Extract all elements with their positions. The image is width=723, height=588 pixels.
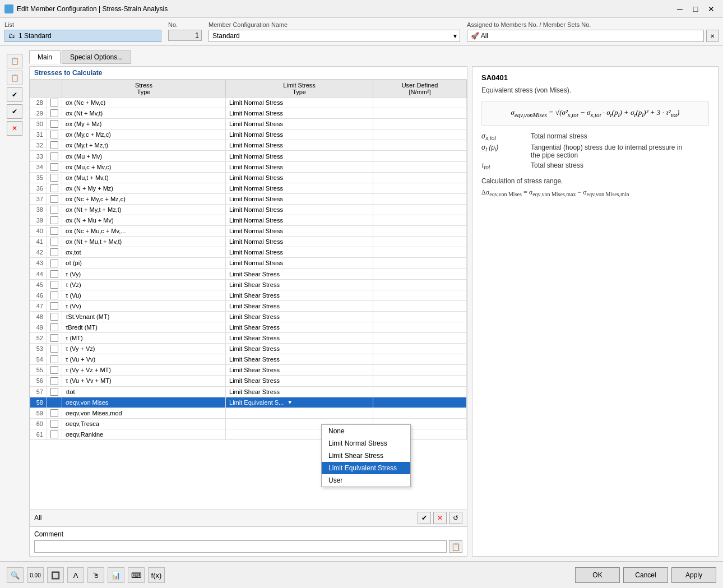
row-checkbox[interactable] [47, 98, 62, 108]
row-checkbox[interactable] [47, 172, 62, 183]
value-tool[interactable]: 0.00 [27, 567, 44, 583]
row-checkbox[interactable] [47, 408, 62, 418]
row-checkbox[interactable] [47, 429, 62, 439]
accept-button[interactable]: ✔ [7, 87, 22, 102]
table-row[interactable]: 44τ (Vy)Limit Shear Stress [30, 268, 467, 279]
copy-button[interactable]: 📋 [7, 71, 22, 85]
row-checkbox[interactable] [47, 193, 62, 204]
zoom-tool[interactable]: 🔍 [7, 567, 24, 583]
table-row[interactable]: 39σx (N + Mu + Mv)Limit Normal Stress [30, 215, 467, 226]
row-checkbox[interactable] [47, 140, 62, 151]
dropdown-option-shear[interactable]: Limit Shear Stress [322, 450, 410, 462]
uncheck-all-button[interactable]: ✕ [433, 512, 447, 524]
row-checkbox[interactable] [47, 237, 62, 247]
table-row[interactable]: 30σx (My + Mz)Limit Normal Stress [30, 119, 467, 129]
reset-button[interactable]: ↺ [449, 512, 462, 524]
row-checkbox[interactable] [47, 418, 62, 429]
row-checkbox[interactable] [47, 365, 62, 376]
row-checkbox[interactable] [47, 108, 62, 119]
table-row[interactable]: 53τ (Vy + Vz)Limit Shear Stress [30, 344, 467, 354]
table-row[interactable]: 31σx (My,c + Mz,c)Limit Normal Stress [30, 129, 467, 140]
table-row[interactable]: 54τ (Vu + Vv)Limit Shear Stress [30, 354, 467, 365]
table-row[interactable]: 46τ (Vu)Limit Shear Stress [30, 290, 467, 300]
row-checkbox[interactable] [47, 354, 62, 365]
name-select[interactable]: Standard [208, 30, 460, 42]
dropdown-option-equivalent[interactable]: Limit Equivalent Stress [322, 462, 410, 474]
table-row[interactable]: 36σx (N + My + Mz)Limit Normal Stress [30, 183, 467, 193]
table-row[interactable]: 59σeqv,von Mises,mod [30, 408, 467, 418]
close-button[interactable]: ✕ [704, 3, 719, 15]
stress-table-wrap[interactable]: StressType Limit StressType User-Defined… [30, 80, 467, 509]
check-all-button[interactable]: ✔ [418, 512, 431, 524]
delete-button[interactable]: ✕ [7, 121, 22, 136]
table-row[interactable]: 58✔σeqv,von Mises Limit Equivalent S... … [30, 397, 467, 408]
row-checkbox[interactable] [47, 119, 62, 129]
table-row[interactable]: 37σx (Nc + My,c + Mz,c)Limit Normal Stre… [30, 193, 467, 204]
row-checkbox[interactable] [47, 333, 62, 344]
table-row[interactable]: 57τtotLimit Shear Stress [30, 386, 467, 397]
chart-tool[interactable]: 📊 [108, 567, 124, 583]
row-checkbox[interactable] [47, 311, 62, 322]
symbol-tool[interactable]: ⌨ [128, 567, 145, 583]
dropdown-option-user[interactable]: User [322, 474, 410, 487]
assigned-input[interactable] [467, 30, 704, 42]
new-button[interactable]: 📋 [7, 54, 22, 68]
row-checkbox[interactable] [47, 215, 62, 226]
table-row[interactable]: 56τ (Vu + Vv + MT)Limit Shear Stress [30, 376, 467, 386]
row-checkbox[interactable] [47, 290, 62, 300]
limit-stress-cell[interactable]: Limit Equivalent S... ▼ [226, 397, 373, 408]
maximize-button[interactable]: □ [688, 3, 703, 15]
table-row[interactable]: 34σx (Mu,c + Mv,c)Limit Normal Stress [30, 161, 467, 172]
cancel-button[interactable]: Cancel [623, 567, 668, 583]
table-row[interactable]: 52τ (MT)Limit Shear Stress [30, 333, 467, 344]
row-checkbox[interactable] [47, 151, 62, 161]
table-row[interactable]: 47τ (Vv)Limit Shear Stress [30, 300, 467, 311]
view-tool[interactable]: 🔲 [47, 567, 64, 583]
tab-main[interactable]: Main [29, 50, 61, 64]
row-checkbox[interactable] [47, 247, 62, 258]
row-checkbox[interactable] [47, 183, 62, 193]
text-tool[interactable]: A [67, 567, 84, 583]
apply-button[interactable]: Apply [671, 567, 716, 583]
comment-input[interactable] [34, 540, 447, 553]
row-checkbox[interactable] [47, 386, 62, 397]
row-checkbox[interactable] [47, 226, 62, 237]
row-checkbox[interactable] [47, 258, 62, 268]
row-checkbox[interactable] [47, 129, 62, 140]
limit-type-dropdown[interactable]: None Limit Normal Stress Limit Shear Str… [321, 424, 411, 487]
comment-action-button[interactable]: 📋 [449, 540, 462, 553]
row-checkbox[interactable] [47, 161, 62, 172]
table-row[interactable]: 33σx (Mu + Mv)Limit Normal Stress [30, 151, 467, 161]
minimize-button[interactable]: ─ [673, 3, 687, 15]
table-row[interactable]: 29σx (Nt + Mv,t)Limit Normal Stress [30, 108, 467, 119]
table-row[interactable]: 55τ (Vy + Vz + MT)Limit Shear Stress [30, 365, 467, 376]
row-checkbox[interactable] [47, 344, 62, 354]
dropdown-option-normal[interactable]: Limit Normal Stress [322, 437, 410, 450]
dropdown-option-none[interactable]: None [322, 425, 410, 437]
table-row[interactable]: 45τ (Vz)Limit Shear Stress [30, 279, 467, 290]
table-row[interactable]: 41σx (Nt + Mu,t + Mv,t)Limit Normal Stre… [30, 237, 467, 247]
table-row[interactable]: 35σx (Mu,t + Mv,t)Limit Normal Stress [30, 172, 467, 183]
row-checkbox[interactable]: ✔ [47, 397, 62, 408]
table-row[interactable]: 43σt (pi)Limit Normal Stress [30, 258, 467, 268]
limit-dropdown-trigger[interactable]: Limit Equivalent S... ▼ [229, 399, 369, 406]
row-checkbox[interactable] [47, 300, 62, 311]
ok-button[interactable]: OK [575, 567, 620, 583]
list-item[interactable]: 🗂 1 Standard [4, 30, 161, 42]
accept2-button[interactable]: ✔ [7, 104, 22, 119]
table-row[interactable]: 28σx (Nc + Mv,c)Limit Normal Stress [30, 98, 467, 108]
tab-special-options[interactable]: Special Options... [62, 50, 131, 64]
formula-tool[interactable]: f(x) [148, 567, 165, 583]
row-checkbox[interactable] [47, 279, 62, 290]
row-checkbox[interactable] [47, 376, 62, 386]
table-row[interactable]: 42σx,totLimit Normal Stress [30, 247, 467, 258]
table-row[interactable]: 40σx (Nc + Mu,c + Mv,...Limit Normal Str… [30, 226, 467, 237]
assigned-action-button[interactable]: ✕ [706, 30, 719, 42]
pointer-tool[interactable]: 🖱 [87, 567, 104, 583]
table-row[interactable]: 48τSt.Venant (MT)Limit Shear Stress [30, 311, 467, 322]
row-checkbox[interactable] [47, 322, 62, 332]
table-row[interactable]: 38σx (Nt + My,t + Mz,t)Limit Normal Stre… [30, 204, 467, 215]
table-row[interactable]: 49τBredt (MT)Limit Shear Stress [30, 322, 467, 332]
row-checkbox[interactable] [47, 268, 62, 279]
row-checkbox[interactable] [47, 204, 62, 215]
